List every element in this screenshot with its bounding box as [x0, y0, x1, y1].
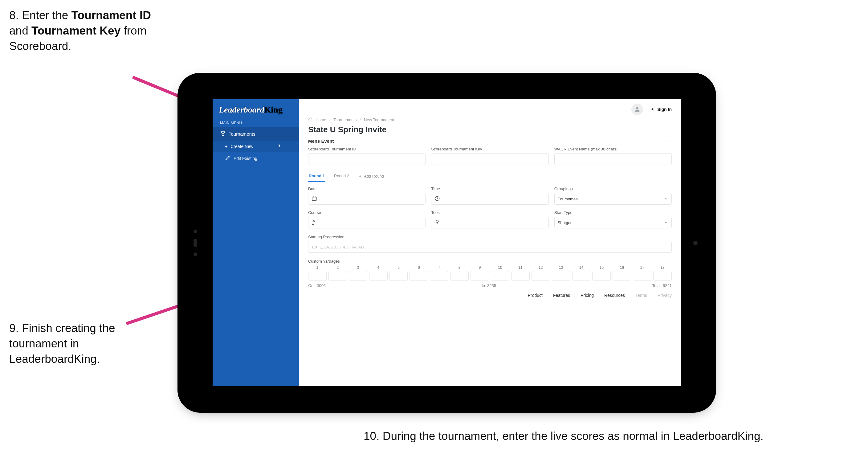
more-icon[interactable]: ⋯: [666, 138, 672, 144]
sidebar-item-edit-existing[interactable]: Edit Existing: [213, 152, 299, 165]
groupings-select[interactable]: Foursomes: [554, 193, 672, 205]
yardage-hole: 13: [552, 265, 570, 281]
chevron-down-icon: [664, 197, 668, 201]
start-type-value: Shotgun: [558, 221, 572, 225]
callout-step-8: 8. Enter the Tournament ID and Tournamen…: [9, 8, 169, 54]
yardage-hole-input[interactable]: [653, 271, 672, 281]
yardage-in-total: In: 3235: [482, 283, 496, 288]
yardage-hole-input[interactable]: [369, 271, 388, 281]
sidebar-section-label: MAIN MENU: [213, 119, 299, 127]
tablet-side-buttons: [193, 230, 197, 256]
yardage-hole-number: 9: [479, 265, 481, 270]
yardage-hole-input[interactable]: [349, 271, 367, 281]
tab-add-round-label: Add Round: [364, 174, 384, 178]
golf-tee-icon: [434, 220, 440, 226]
yardage-hole-input[interactable]: [592, 271, 611, 281]
yardage-hole-input[interactable]: [308, 271, 327, 281]
yardage-hole-input[interactable]: [491, 271, 509, 281]
tees-label: Tees: [431, 210, 549, 215]
yardage-hole-number: 13: [559, 265, 563, 270]
yardage-hole: 7: [430, 265, 448, 281]
course-input[interactable]: [308, 217, 426, 228]
yardage-hole-number: 5: [398, 265, 400, 270]
date-input[interactable]: [308, 193, 426, 205]
yardage-hole-input[interactable]: [633, 271, 651, 281]
tablet-frame: LeaderboardKing MAIN MENU Tournaments + …: [182, 77, 712, 408]
scoreboard-key-input[interactable]: [431, 153, 549, 165]
sidebar: LeaderboardKing MAIN MENU Tournaments + …: [213, 99, 299, 386]
time-input[interactable]: [431, 193, 549, 205]
yardage-hole-number: 17: [640, 265, 644, 270]
yardage-hole-number: 4: [377, 265, 379, 270]
yardage-hole: 9: [470, 265, 489, 281]
edit-icon: [225, 155, 230, 162]
yardage-hole-number: 10: [498, 265, 502, 270]
yardage-hole-number: 1: [316, 265, 319, 270]
sidebar-item-tournaments[interactable]: Tournaments: [213, 127, 299, 141]
yardage-hole-input[interactable]: [390, 271, 408, 281]
round-tabs: Round 1 Round 2 Add Round: [308, 171, 672, 182]
time-label: Time: [431, 186, 549, 191]
yardage-hole: 17: [633, 265, 651, 281]
footer-terms[interactable]: Terms: [636, 293, 647, 298]
yardage-hole-input[interactable]: [450, 271, 469, 281]
wagr-label: WAGR Event Name (max 30 chars): [554, 147, 672, 151]
yardage-hole-input[interactable]: [430, 271, 448, 281]
footer-privacy[interactable]: Privacy: [657, 293, 672, 298]
yardage-hole-number: 12: [538, 265, 542, 270]
page-title: State U Spring Invite: [308, 125, 672, 135]
yardage-hole-input[interactable]: [329, 271, 347, 281]
event-label: Mens Event: [308, 138, 334, 144]
yardage-hole-input[interactable]: [572, 271, 591, 281]
plus-icon: +: [225, 144, 227, 149]
yardage-hole-number: 18: [660, 265, 664, 270]
tablet-camera: [693, 241, 698, 245]
yardage-out-total: Out: 3006: [308, 283, 326, 288]
yardage-hole-input[interactable]: [531, 271, 550, 281]
footer-pricing[interactable]: Pricing: [581, 293, 594, 298]
starting-progression-label: Starting Progression: [308, 235, 672, 239]
footer-features[interactable]: Features: [553, 293, 570, 298]
yardage-hole: 3: [349, 265, 367, 281]
tab-round-1[interactable]: Round 1: [308, 171, 326, 182]
yardage-total: Total: 6241: [652, 283, 672, 288]
sign-in-button[interactable]: Sign In: [650, 107, 672, 113]
yardage-hole: 4: [369, 265, 388, 281]
yardage-hole-input[interactable]: [613, 271, 631, 281]
avatar[interactable]: [631, 104, 643, 115]
yardage-hole-input[interactable]: [552, 271, 570, 281]
yardage-hole: 12: [531, 265, 550, 281]
breadcrumb-home[interactable]: Home: [315, 117, 326, 122]
sidebar-item-create-new[interactable]: + Create New: [213, 141, 299, 152]
scoreboard-id-label: Scoreboard Tournament ID: [308, 147, 426, 151]
footer-product[interactable]: Product: [528, 293, 542, 298]
footer-resources[interactable]: Resources: [604, 293, 625, 298]
breadcrumb: Home / Tournaments / New Tournament: [308, 117, 672, 122]
starting-progression-input[interactable]: EX: 1, 2A, 2B, 3, 4, 5, 6A, 6B …: [308, 241, 672, 253]
scoreboard-key-label: Scoreboard Tournament Key: [431, 147, 549, 151]
starting-progression-placeholder: EX: 1, 2A, 2B, 3, 4, 5, 6A, 6B …: [312, 245, 369, 250]
home-icon: [308, 117, 312, 122]
tab-add-round[interactable]: Add Round: [358, 171, 384, 182]
wagr-name-input[interactable]: [554, 153, 672, 165]
callout-step-10: 10. During the tournament, enter the liv…: [364, 429, 857, 444]
custom-yardages-label: Custom Yardages: [308, 259, 672, 264]
breadcrumb-tournaments[interactable]: Tournaments: [333, 117, 356, 122]
sidebar-item-label: Tournaments: [229, 131, 255, 137]
breadcrumb-new-tournament: New Tournament: [364, 117, 394, 122]
yardage-hole: 18: [653, 265, 672, 281]
yardage-hole-input[interactable]: [409, 271, 428, 281]
yardage-hole-input[interactable]: [470, 271, 489, 281]
yardage-hole-input[interactable]: [511, 271, 530, 281]
tab-round-2[interactable]: Round 2: [333, 171, 350, 182]
calendar-icon: [312, 196, 317, 202]
start-type-select[interactable]: Shotgun: [554, 217, 672, 228]
logo: LeaderboardKing: [213, 105, 299, 119]
callout-step-9: 9. Finish creating the tournament in Lea…: [9, 321, 132, 367]
pointer-cursor-icon: [277, 143, 282, 149]
scoreboard-id-input[interactable]: [308, 153, 426, 165]
yardage-hole-number: 6: [418, 265, 420, 270]
groupings-label: Groupings: [554, 186, 672, 191]
course-label: Course: [308, 210, 426, 215]
tees-input[interactable]: [431, 217, 549, 228]
